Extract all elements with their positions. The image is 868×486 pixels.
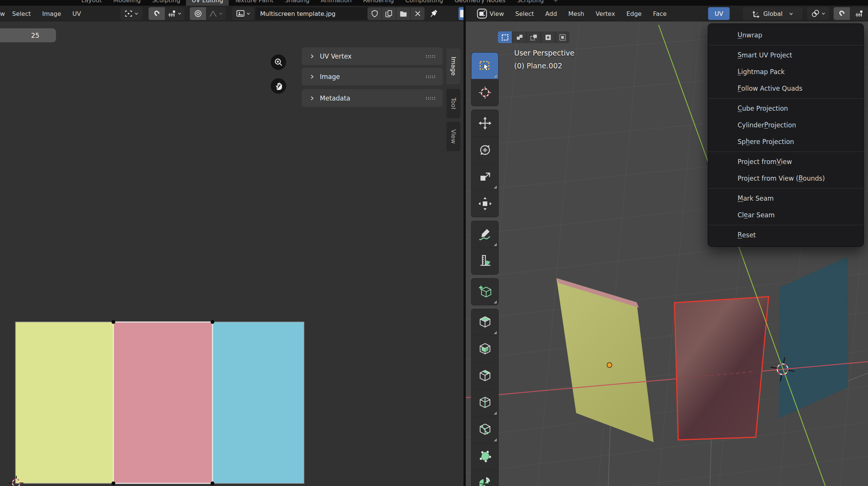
- tool-spin[interactable]: [471, 470, 498, 486]
- workspace-tab-animation[interactable]: Animation: [315, 0, 358, 6]
- tool-measure[interactable]: [471, 248, 498, 274]
- plane-olive[interactable]: [556, 278, 654, 442]
- panel-grip-icon[interactable]: [425, 75, 436, 79]
- transform-orientation-dropdown[interactable]: Global: [743, 7, 803, 20]
- menu-item-cylinder-projection[interactable]: Cylinder Projection: [708, 117, 863, 133]
- uv-editor-region: 25 UV VertexImageMetadata ImageToolView: [0, 22, 463, 486]
- panel-header-metadata[interactable]: Metadata: [302, 89, 443, 107]
- viewport-menu-vertex[interactable]: Vertex: [590, 10, 620, 17]
- image-name-field[interactable]: Multiscreen template.jpg: [256, 7, 375, 20]
- zoom-in-icon: [274, 57, 284, 67]
- view-perspective-label: User Perspective: [514, 49, 574, 57]
- plane-teal[interactable]: [779, 257, 848, 418]
- add-workspace-button[interactable]: +: [549, 0, 562, 6]
- workspace-tab-scripting[interactable]: Scripting: [511, 0, 549, 6]
- object-origin-dot[interactable]: [607, 363, 612, 368]
- workspace-tab-rendering[interactable]: Rendering: [357, 0, 400, 6]
- menu-item-reset[interactable]: Reset: [708, 227, 863, 243]
- menu-item-project-from-view-bounds[interactable]: Project from View (Bounds): [708, 170, 863, 187]
- tool-inset-faces[interactable]: [471, 336, 498, 363]
- uv-image-blue-cell[interactable]: [212, 322, 304, 483]
- panel-header-uv-vertex[interactable]: UV Vertex: [302, 47, 443, 65]
- proportional-size-slider[interactable]: 25: [0, 28, 56, 42]
- fake-user-shield-button[interactable]: [367, 7, 381, 20]
- tool-add-cube[interactable]: [471, 279, 498, 305]
- image-browse-dropdown[interactable]: [232, 7, 254, 20]
- tool-box-select[interactable]: [471, 53, 498, 79]
- menu-item-lightmap-pack[interactable]: Lightmap Pack: [708, 63, 863, 80]
- viewport-menu-add[interactable]: Add: [539, 10, 563, 17]
- menu-item-project-from-view[interactable]: Project from View: [708, 153, 863, 170]
- viewport-menu-face[interactable]: Face: [647, 10, 672, 17]
- sidebar-tab-image[interactable]: Image: [446, 48, 460, 84]
- tool-rotate[interactable]: [471, 137, 498, 164]
- uv-image-yellow-cell[interactable]: [16, 322, 113, 483]
- pin-image-button[interactable]: [426, 7, 441, 20]
- transform-pivot-dropdown[interactable]: [807, 7, 829, 20]
- unlink-image-button[interactable]: [411, 7, 425, 20]
- tool-loop-cut[interactable]: [471, 390, 498, 416]
- viewport-snap-with-dropdown[interactable]: [850, 7, 868, 20]
- menu-item-clear-seam[interactable]: Clear Seam: [708, 207, 863, 223]
- select-mode-new-selection[interactable]: [498, 31, 512, 43]
- viewport-menu-mesh[interactable]: Mesh: [563, 10, 590, 17]
- viewport-menu-view[interactable]: View: [484, 10, 510, 17]
- uv-editor-menu-image[interactable]: Image: [36, 10, 67, 17]
- menu-item-cube-projection[interactable]: Cube Projection: [708, 100, 863, 117]
- workspace-tab-compositing[interactable]: Compositing: [400, 0, 449, 6]
- snap-toggle[interactable]: [149, 7, 165, 20]
- sidebar-tab-tool[interactable]: Tool: [446, 89, 460, 118]
- select-mode-intersect[interactable]: [555, 31, 569, 43]
- plane-maroon-selected[interactable]: [674, 297, 769, 440]
- duplicate-image-button[interactable]: [382, 7, 396, 20]
- workspace-tab-uv-editing[interactable]: UV Editing: [186, 0, 229, 6]
- clipped-toggle-button[interactable]: [459, 7, 463, 20]
- menu-item-smart-uv-project[interactable]: Smart UV Project: [708, 47, 863, 63]
- tool-extrude-region[interactable]: [471, 309, 498, 336]
- pivot-point-dropdown[interactable]: [120, 7, 142, 20]
- workspace-tab-sculpting[interactable]: Sculpting: [146, 0, 186, 6]
- tool-cursor[interactable]: [471, 79, 498, 106]
- menu-uv-active[interactable]: UV: [708, 7, 730, 20]
- proportional-falloff-dropdown[interactable]: [206, 7, 226, 20]
- snap-with-dropdown[interactable]: [165, 7, 184, 20]
- tool-scale[interactable]: [471, 164, 498, 190]
- workspace-tabs: LayoutModelingSculptingUV EditingTexture…: [76, 0, 562, 6]
- tool-move[interactable]: [471, 110, 498, 137]
- viewport-snap-toggle[interactable]: [834, 7, 850, 20]
- menu-item-follow-active-quads[interactable]: Follow Active Quads: [708, 80, 863, 97]
- uv-face-selected[interactable]: [113, 322, 212, 483]
- viewport-menu-edge[interactable]: Edge: [621, 10, 647, 17]
- tool-bevel[interactable]: [471, 363, 498, 390]
- panel-grip-icon[interactable]: [425, 96, 436, 100]
- uv-editor-menu-select[interactable]: Select: [6, 10, 36, 17]
- sidebar-tab-view[interactable]: View: [446, 122, 460, 151]
- zoom-button[interactable]: [271, 54, 286, 70]
- workspace-tab-layout[interactable]: Layout: [76, 0, 107, 6]
- tool-annotate[interactable]: [471, 221, 498, 248]
- viewport-menu-select[interactable]: Select: [510, 10, 539, 17]
- menu-view-clipped[interactable]: w: [0, 10, 6, 17]
- select-mode-extend[interactable]: [512, 31, 526, 43]
- workspace-tab-modeling[interactable]: Modeling: [107, 0, 146, 6]
- workspace-tab-geometry-nodes[interactable]: Geometry Nodes: [449, 0, 511, 6]
- blender-window: LayoutModelingSculptingUV EditingTexture…: [0, 0, 868, 486]
- menu-item-unwrap[interactable]: Unwrap: [708, 27, 863, 43]
- uv-editor-menu-uv[interactable]: UV: [67, 10, 87, 17]
- open-image-button[interactable]: [396, 7, 410, 20]
- menu-item-mark-seam[interactable]: Mark Seam: [708, 190, 863, 207]
- select-mode-subtract[interactable]: [527, 31, 541, 43]
- proportional-editing-toggle[interactable]: [190, 7, 206, 20]
- workspace-tab-shading[interactable]: Shading: [279, 0, 315, 6]
- tool-transform[interactable]: [471, 190, 498, 217]
- menu-item-sphere-projection[interactable]: Sphere Projection: [708, 133, 863, 150]
- editor-split-handle[interactable]: [463, 6, 466, 486]
- panel-grip-icon[interactable]: [425, 54, 436, 58]
- panel-header-image[interactable]: Image: [302, 68, 443, 85]
- snap-increment-icon: [167, 9, 176, 18]
- tool-poly-build[interactable]: [471, 443, 498, 470]
- pan-button[interactable]: [271, 78, 286, 94]
- workspace-tab-texture-paint[interactable]: Texture Paint: [229, 0, 279, 6]
- tool-knife[interactable]: [471, 416, 498, 443]
- select-mode-invert[interactable]: [541, 31, 555, 43]
